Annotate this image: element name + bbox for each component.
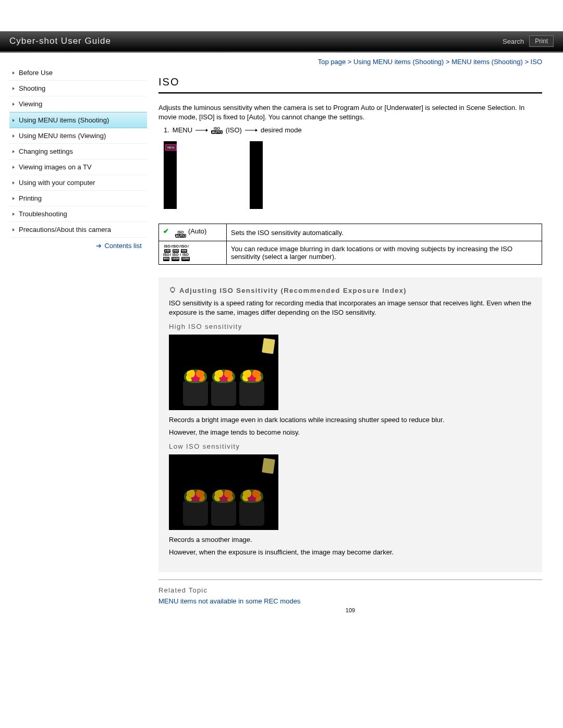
search-link[interactable]: Search	[503, 38, 524, 45]
table-cell-label: (Auto)	[188, 227, 206, 235]
svg-marker-3	[255, 129, 258, 132]
step-number: 1.	[164, 126, 169, 134]
sidebar-item-precautions[interactable]: Precautions/About this camera	[9, 222, 147, 238]
intro-text: Adjusts the luminous sensitivity when th…	[158, 103, 542, 122]
page-title: ISO	[158, 76, 542, 88]
low-iso-desc: Records a smoother image.	[169, 535, 532, 545]
sidebar-item-menu-shooting[interactable]: Using MENU items (Shooting)	[9, 112, 147, 128]
step-menu-label: MENU	[173, 126, 192, 134]
contents-list-link[interactable]: ➔ Contents list	[96, 242, 142, 250]
step-1: 1. MENU ISOAUTO (ISO) desired mode	[164, 126, 542, 134]
title-rule	[158, 92, 542, 94]
high-iso-desc2: However, the image tends to become noisy…	[169, 428, 532, 437]
sidebar-item-label: Troubleshooting	[19, 210, 67, 218]
high-iso-desc: Records a bright image even in dark loca…	[169, 415, 532, 425]
section-rule	[158, 579, 542, 580]
sidebar-item-computer[interactable]: Using with your computer	[9, 175, 147, 191]
sidebar-item-menu-viewing[interactable]: Using MENU items (Viewing)	[9, 128, 147, 144]
table-cell-desc: Sets the ISO sensitivity automatically.	[227, 224, 542, 241]
iso-auto-icon: ISOAUTO	[175, 230, 187, 238]
camera-screen-illustration: MENU	[164, 141, 263, 209]
contents-list-label: Contents list	[104, 242, 142, 250]
sidebar-item-label: Changing settings	[19, 147, 73, 155]
iso-values-icon: ISO100/ISO200/ISO400/ ISO800/ISO1600/ISO…	[163, 244, 190, 261]
svg-point-4	[170, 288, 175, 292]
step-desired-label: desired mode	[261, 126, 302, 134]
iso-modes-table: ✔ ISOAUTO (Auto) Sets the ISO sensitivit…	[158, 224, 542, 264]
page-number: 109	[158, 607, 542, 613]
print-button[interactable]: Print	[529, 35, 554, 47]
sidebar-item-label: Shooting	[19, 84, 45, 92]
sidebar-item-label: Before Use	[19, 69, 53, 77]
sidebar-item-label: Precautions/About this camera	[19, 226, 111, 233]
sidebar-item-label: Using MENU items (Shooting)	[19, 116, 109, 124]
svg-line-7	[175, 288, 175, 288]
header-bar: Cyber-shot User Guide Search Print	[0, 31, 563, 52]
sidebar-item-label: Using with your computer	[19, 179, 95, 187]
sidebar-item-label: Viewing	[19, 100, 42, 108]
lightbulb-icon	[169, 287, 176, 294]
low-iso-sample-image	[169, 454, 278, 530]
app-title: Cyber-shot User Guide	[9, 36, 111, 46]
high-iso-heading: High ISO sensitivity	[169, 323, 532, 330]
sidebar-item-label: Printing	[19, 194, 42, 202]
low-iso-heading: Low ISO sensitivity	[169, 442, 532, 450]
iso-auto-icon: ISOAUTO	[211, 127, 223, 134]
tip-heading: Adjusting ISO Sensitivity (Recommended E…	[179, 287, 407, 294]
sidebar-item-changing-settings[interactable]: Changing settings	[9, 144, 147, 159]
breadcrumb[interactable]: Top page > Using MENU items (Shooting) >…	[158, 58, 542, 66]
checkmark-icon: ✔	[163, 227, 169, 235]
sidebar-item-viewing[interactable]: Viewing	[9, 96, 147, 112]
svg-marker-1	[206, 129, 208, 132]
sidebar-item-label: Using MENU items (Viewing)	[19, 132, 106, 140]
svg-line-6	[170, 288, 170, 288]
low-iso-desc2: However, when the exposure is insufficie…	[169, 548, 532, 557]
sidebar-item-troubleshooting[interactable]: Troubleshooting	[9, 206, 147, 222]
tip-intro: ISO sensitivity is a speed rating for re…	[169, 299, 532, 317]
sidebar: Before Use Shooting Viewing Using MENU i…	[9, 53, 147, 624]
arrow-right-icon	[245, 128, 258, 132]
high-iso-sample-image	[169, 335, 278, 410]
arrow-right-icon: ➔	[96, 242, 102, 250]
menu-highlight-icon: MENU	[165, 144, 177, 151]
arrow-right-icon	[195, 128, 208, 132]
step-iso-label: (ISO)	[226, 126, 242, 134]
table-row: ISO100/ISO200/ISO400/ ISO800/ISO1600/ISO…	[159, 241, 542, 264]
sidebar-item-shooting[interactable]: Shooting	[9, 81, 147, 96]
sidebar-item-before-use[interactable]: Before Use	[9, 65, 147, 81]
related-topic-heading: Related Topic	[158, 586, 542, 594]
main-content: Top page > Using MENU items (Shooting) >…	[147, 53, 554, 624]
related-topic-link[interactable]: MENU items not available in some REC mod…	[158, 597, 300, 605]
sidebar-item-tv[interactable]: Viewing images on a TV	[9, 159, 147, 175]
table-cell-desc: You can reduce image blurring in dark lo…	[227, 241, 542, 264]
sidebar-item-printing[interactable]: Printing	[9, 191, 147, 206]
tip-box: Adjusting ISO Sensitivity (Recommended E…	[158, 277, 542, 572]
table-row: ✔ ISOAUTO (Auto) Sets the ISO sensitivit…	[159, 224, 542, 241]
sidebar-item-label: Viewing images on a TV	[19, 163, 92, 171]
